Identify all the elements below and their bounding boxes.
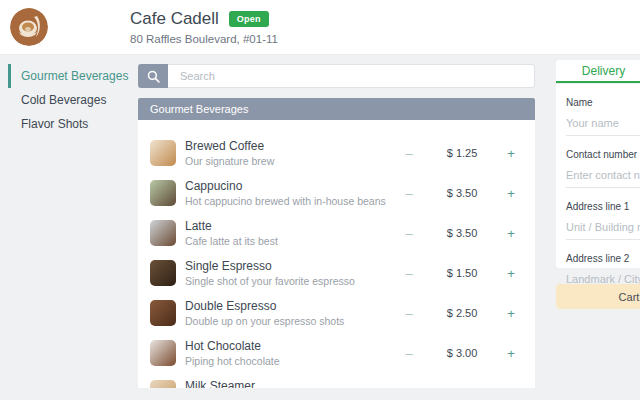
menu-item-info: Hot Chocolate Piping hot chocolate (185, 339, 280, 367)
header: Cafe Cadell Open 80 Raffles Boulevard, #… (0, 0, 640, 55)
form-field-label: Address line 1 (566, 201, 640, 212)
menu-item-photo (150, 300, 176, 326)
sidebar-category-label: Gourmet Beverages (21, 69, 128, 83)
search-icon (138, 64, 168, 88)
menu-item-row: Milk Steamer – $ 3.00 + (138, 373, 535, 388)
menu-item-price: $ 3.00 (432, 347, 492, 359)
sidebar-category-label: Flavor Shots (21, 117, 88, 131)
menu-item-photo (150, 180, 176, 206)
contact-number-input[interactable] (566, 168, 640, 188)
menu-item-description: Single shot of your favorite espresso (185, 275, 355, 287)
search-input[interactable] (168, 64, 535, 88)
quantity-decrease-button[interactable]: – (400, 226, 418, 241)
menu-item-price: $ 1.25 (432, 147, 492, 159)
form-field: Name (566, 97, 640, 136)
quantity-decrease-button[interactable]: – (400, 146, 418, 161)
delivery-form: Name Contact number Address line 1 Addre… (556, 97, 640, 292)
address-line-1-input[interactable] (566, 220, 640, 240)
form-field-label: Contact number (566, 149, 640, 160)
menu-item-price: $ 2.50 (432, 307, 492, 319)
menu-item-row: Latte Cafe latte at its best – $ 3.50 + (138, 213, 535, 253)
search-bar (138, 64, 535, 88)
menu-item-price: $ 1.50 (432, 267, 492, 279)
menu-item-info: Milk Steamer (185, 379, 255, 388)
menu-item-photo (150, 340, 176, 366)
quantity-controls: – $ 1.50 + (400, 266, 535, 281)
form-field-label: Address line 2 (566, 253, 640, 264)
sidebar-item-cold-beverages[interactable]: Cold Beverages (8, 88, 132, 112)
sidebar-item-gourmet-beverages[interactable]: Gourmet Beverages (8, 64, 132, 88)
app-window: Cafe Cadell Open 80 Raffles Boulevard, #… (0, 0, 640, 400)
sidebar-category-label: Cold Beverages (21, 93, 106, 107)
cart-status-bar: Cart is empty (556, 284, 640, 309)
menu-item-price: $ 3.00 (432, 387, 492, 388)
quantity-controls: – $ 3.50 + (400, 226, 535, 241)
quantity-decrease-button[interactable]: – (400, 386, 418, 389)
menu-item-name: Latte (185, 219, 278, 233)
quantity-controls: – $ 1.25 + (400, 146, 535, 161)
quantity-increase-button[interactable]: + (502, 386, 520, 389)
menu-item-row: Double Espresso Double up on your espres… (138, 293, 535, 333)
menu-item-row: Hot Chocolate Piping hot chocolate – $ 3… (138, 333, 535, 373)
address-subtitle: 80 Raffles Boulevard, #01-11 (130, 33, 278, 45)
menu-item-photo (150, 140, 176, 166)
quantity-increase-button[interactable]: + (502, 186, 520, 201)
menu-item-info: Single Espresso Single shot of your favo… (185, 259, 355, 287)
tab-delivery[interactable]: Delivery (556, 60, 640, 83)
header-title-block: Cafe Cadell Open 80 Raffles Boulevard, #… (130, 9, 278, 45)
order-tab-row: Delivery (556, 60, 640, 84)
menu-list: Brewed Coffee Our signature brew – $ 1.2… (138, 120, 535, 388)
order-panel: Delivery Name Contact number Address lin… (556, 60, 640, 268)
menu-item-name: Brewed Coffee (185, 139, 274, 153)
quantity-increase-button[interactable]: + (502, 146, 520, 161)
quantity-decrease-button[interactable]: – (400, 186, 418, 201)
form-field: Contact number (566, 149, 640, 188)
quantity-controls: – $ 2.50 + (400, 306, 535, 321)
menu-item-price: $ 3.50 (432, 227, 492, 239)
menu-item-name: Single Espresso (185, 259, 355, 273)
sidebar-item-flavor-shots[interactable]: Flavor Shots (8, 112, 132, 136)
menu-item-description: Our signature brew (185, 155, 274, 167)
menu-item-info: Cappucino Hot cappucino brewed with in-h… (185, 179, 386, 207)
menu-item-name: Cappucino (185, 179, 386, 193)
quantity-decrease-button[interactable]: – (400, 266, 418, 281)
cart-status-text: Cart is empty (619, 291, 640, 303)
menu-item-description: Cafe latte at its best (185, 235, 278, 247)
menu-item-description: Double up on your espresso shots (185, 315, 344, 327)
quantity-controls: – $ 3.00 + (400, 386, 535, 389)
menu-item-description: Hot cappucino brewed with in-house beans (185, 195, 386, 207)
cafe-logo (10, 8, 48, 46)
quantity-increase-button[interactable]: + (502, 306, 520, 321)
form-field-label: Name (566, 97, 640, 108)
form-field: Address line 1 (566, 201, 640, 240)
menu-item-name: Hot Chocolate (185, 339, 280, 353)
quantity-increase-button[interactable]: + (502, 266, 520, 281)
menu-item-info: Latte Cafe latte at its best (185, 219, 278, 247)
category-sidebar: Gourmet Beverages Cold Beverages Flavor … (0, 55, 132, 136)
menu-item-photo (150, 380, 176, 388)
quantity-decrease-button[interactable]: – (400, 346, 418, 361)
menu-item-info: Double Espresso Double up on your espres… (185, 299, 344, 327)
menu-item-name: Milk Steamer (185, 379, 255, 388)
menu-item-photo (150, 260, 176, 286)
menu-item-row: Single Espresso Single shot of your favo… (138, 253, 535, 293)
quantity-decrease-button[interactable]: – (400, 306, 418, 321)
menu-item-row: Cappucino Hot cappucino brewed with in-h… (138, 173, 535, 213)
name-input[interactable] (566, 116, 640, 136)
menu-section-header: Gourmet Beverages (138, 98, 535, 120)
status-badge: Open (229, 11, 269, 27)
menu-item-price: $ 3.50 (432, 187, 492, 199)
coffee-cup-logo-icon (10, 8, 48, 46)
quantity-controls: – $ 3.00 + (400, 346, 535, 361)
menu-item-photo (150, 220, 176, 246)
page-title: Cafe Cadell (130, 9, 219, 29)
menu-item-name: Double Espresso (185, 299, 344, 313)
quantity-increase-button[interactable]: + (502, 226, 520, 241)
menu-column: Gourmet Beverages Brewed Coffee Our sign… (138, 55, 535, 400)
menu-item-row: Brewed Coffee Our signature brew – $ 1.2… (138, 133, 535, 173)
menu-item-description: Piping hot chocolate (185, 355, 280, 367)
quantity-controls: – $ 3.50 + (400, 186, 535, 201)
quantity-increase-button[interactable]: + (502, 346, 520, 361)
menu-item-info: Brewed Coffee Our signature brew (185, 139, 274, 167)
